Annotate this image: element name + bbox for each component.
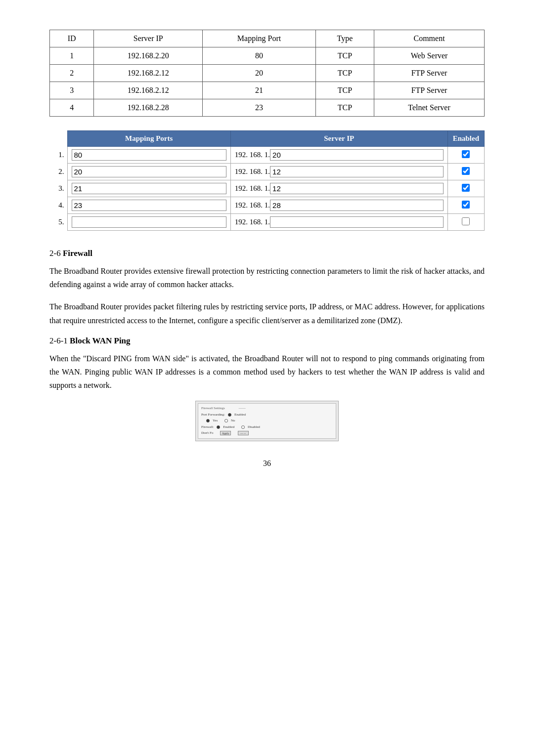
table-row: 4192.168.2.2823TCPTelnet Server <box>50 99 485 117</box>
enabled-cell[interactable] <box>447 197 484 214</box>
block-wan-ping-para: When the "Discard PING from WAN side" is… <box>49 352 485 392</box>
mapping-row: 1.192. 168. 1. <box>49 147 485 164</box>
page-number: 36 <box>49 459 485 468</box>
enabled-cell[interactable] <box>447 147 484 164</box>
enabled-checkbox[interactable] <box>462 217 470 225</box>
server-ip-header: Server IP <box>230 131 447 147</box>
row-number: 1. <box>49 147 67 164</box>
ip-last-input[interactable] <box>270 183 444 194</box>
mapping-row: 2.192. 168. 1. <box>49 164 485 180</box>
mapping-port-cell[interactable] <box>67 147 230 164</box>
summary-col-server-ip: Server IP <box>94 30 203 47</box>
block-wan-ping-heading: 2-6-1 Block WAN Ping <box>49 336 485 346</box>
ip-last-input[interactable] <box>270 216 444 228</box>
row-number: 2. <box>49 164 67 180</box>
server-ip-cell[interactable]: 192. 168. 1. <box>230 197 447 214</box>
enabled-checkbox[interactable] <box>462 150 470 158</box>
ip-last-input[interactable] <box>270 149 444 161</box>
summary-cell-comment: Web Server <box>374 47 485 65</box>
summary-cell-server_ip: 192.168.2.28 <box>94 99 203 117</box>
enabled-checkbox[interactable] <box>462 184 470 192</box>
row-number: 4. <box>49 197 67 214</box>
ip-last-input[interactable] <box>270 166 444 177</box>
mapping-port-cell[interactable] <box>67 214 230 231</box>
summary-cell-mapping_port: 23 <box>203 99 316 117</box>
firewall-para2: The Broadband Router provides packet fil… <box>49 300 485 327</box>
summary-cell-mapping_port: 80 <box>203 47 316 65</box>
summary-col-comment: Comment <box>374 30 485 47</box>
mapping-port-input[interactable] <box>72 183 226 194</box>
enabled-checkbox[interactable] <box>462 167 470 175</box>
enabled-cell[interactable] <box>447 180 484 197</box>
summary-cell-type: TCP <box>315 82 374 99</box>
enabled-header: Enabled <box>447 131 484 147</box>
mapping-port-input[interactable] <box>72 200 226 211</box>
summary-cell-type: TCP <box>315 99 374 117</box>
table-row: 1192.168.2.2080TCPWeb Server <box>50 47 485 65</box>
server-ip-cell[interactable]: 192. 168. 1. <box>230 164 447 180</box>
summary-col-mapping-port: Mapping Port <box>203 30 316 47</box>
row-number: 5. <box>49 214 67 231</box>
summary-cell-comment: Telnet Server <box>374 99 485 117</box>
summary-cell-server_ip: 192.168.2.12 <box>94 65 203 82</box>
mapping-ports-header: Mapping Ports <box>67 131 230 147</box>
firewall-para1: The Broadband Router provides extensive … <box>49 264 485 291</box>
row-number: 3. <box>49 180 67 197</box>
summary-cell-id: 3 <box>50 82 94 99</box>
ip-prefix: 192. 168. 1. <box>235 151 270 159</box>
summary-cell-type: TCP <box>315 47 374 65</box>
table-row: 2192.168.2.1220TCPFTP Server <box>50 65 485 82</box>
enabled-checkbox[interactable] <box>462 201 470 209</box>
ip-prefix: 192. 168. 1. <box>235 168 270 176</box>
table-row: 3192.168.2.1221TCPFTP Server <box>50 82 485 99</box>
summary-cell-id: 2 <box>50 65 94 82</box>
mapping-row: 4.192. 168. 1. <box>49 197 485 214</box>
server-ip-cell[interactable]: 192. 168. 1. <box>230 180 447 197</box>
mapping-port-cell[interactable] <box>67 197 230 214</box>
ip-prefix: 192. 168. 1. <box>235 218 270 226</box>
mapping-port-input[interactable] <box>72 149 226 161</box>
empty-header <box>49 131 67 147</box>
mapping-port-input[interactable] <box>72 166 226 177</box>
summary-cell-id: 1 <box>50 47 94 65</box>
mapping-port-cell[interactable] <box>67 164 230 180</box>
mapping-port-input[interactable] <box>72 216 226 228</box>
server-ip-cell[interactable]: 192. 168. 1. <box>230 147 447 164</box>
summary-cell-mapping_port: 21 <box>203 82 316 99</box>
server-ip-cell[interactable]: 192. 168. 1. <box>230 214 447 231</box>
enabled-cell[interactable] <box>447 164 484 180</box>
ip-prefix: 192. 168. 1. <box>235 201 270 210</box>
enabled-cell[interactable] <box>447 214 484 231</box>
summary-col-type: Type <box>315 30 374 47</box>
summary-cell-comment: FTP Server <box>374 65 485 82</box>
ip-prefix: 192. 168. 1. <box>235 184 270 193</box>
summary-cell-type: TCP <box>315 65 374 82</box>
summary-cell-server_ip: 192.168.2.12 <box>94 82 203 99</box>
mini-ui-screenshot: Firewall Settings —— Port Forwarding: En… <box>195 401 339 441</box>
firewall-heading: 2-6 Firewall <box>49 249 485 258</box>
summary-table: ID Server IP Mapping Port Type Comment 1… <box>49 30 485 117</box>
mapping-form-table: Mapping Ports Server IP Enabled 1.192. 1… <box>49 130 485 231</box>
summary-col-id: ID <box>50 30 94 47</box>
mapping-port-cell[interactable] <box>67 180 230 197</box>
summary-cell-id: 4 <box>50 99 94 117</box>
summary-cell-comment: FTP Server <box>374 82 485 99</box>
summary-cell-server_ip: 192.168.2.20 <box>94 47 203 65</box>
mapping-row: 3.192. 168. 1. <box>49 180 485 197</box>
mapping-row: 5.192. 168. 1. <box>49 214 485 231</box>
summary-cell-mapping_port: 20 <box>203 65 316 82</box>
ip-last-input[interactable] <box>270 200 444 211</box>
